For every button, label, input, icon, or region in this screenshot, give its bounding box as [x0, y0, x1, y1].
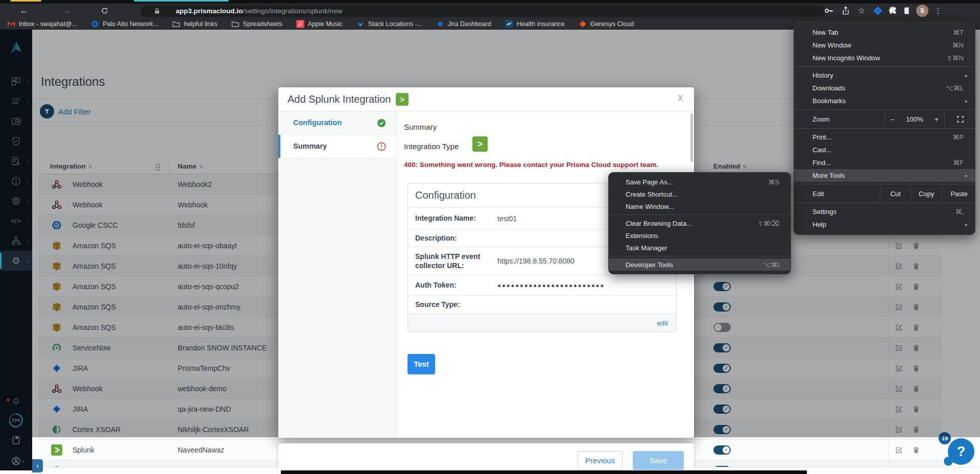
close-icon[interactable]: X [678, 94, 683, 103]
bookmark-inbox-swajahat[interactable]: Inbox - swajahat@... [7, 20, 77, 28]
modal-step-configuration[interactable]: Configuration [278, 111, 396, 135]
submenu-item-save-page-as[interactable]: Save Page As...⌘S [609, 176, 791, 188]
screen: ← → app3.prismacloud.io/settings/integra… [0, 0, 980, 474]
profile-icon[interactable] [11, 456, 21, 466]
modal-step-nav: ConfigurationSummary [278, 111, 397, 438]
trash-icon[interactable] [912, 446, 920, 454]
bookmark-star-icon[interactable]: ☆ [856, 5, 867, 17]
fullscreen-icon[interactable] [945, 112, 976, 126]
jira-extension-icon[interactable] [873, 6, 883, 16]
menu-item-label: Task Manager [626, 244, 667, 252]
stack-icon [356, 20, 365, 28]
bookmark-palo-alto-network[interactable]: Palo Alto Network... [91, 20, 158, 28]
submenu-item-extensions[interactable]: Extensions [609, 229, 791, 242]
bookmark-apple-music[interactable]: Apple Music [296, 20, 343, 28]
save-button[interactable]: Save [633, 451, 684, 470]
menu-shortcut: ⌥⌘I [763, 261, 779, 269]
modal-header: Add Splunk Integration > X [278, 87, 694, 111]
modal-title: Add Splunk Integration [288, 93, 391, 105]
previous-button[interactable]: Previous [578, 451, 623, 470]
menu-item-label: Edit [812, 190, 824, 198]
menu-shortcut: ⌥⌘L [946, 84, 964, 92]
bookmark-health-insurance[interactable]: Health insurance [505, 20, 565, 28]
menu-item-new-tab[interactable]: New Tab⌘T [794, 26, 975, 39]
menu-shortcut: ⌘T [953, 29, 964, 36]
step-label: Configuration [293, 118, 342, 127]
menu-item-cast[interactable]: Cast... [794, 144, 975, 156]
more-tools-submenu: Save Page As...⌘SCreate Shortcut...Name … [608, 172, 791, 274]
side-panel-icon[interactable] [903, 6, 913, 16]
folder-icon [172, 20, 180, 28]
menu-item-find[interactable]: Find...⌘F [794, 156, 975, 169]
menu-item-zoom: Zoom–100%+ [794, 112, 975, 126]
menu-item-edit: EditCutCopyPaste [794, 186, 975, 201]
submenu-item-task-manager[interactable]: Task Manager [609, 242, 791, 254]
zoom-controls: –100%+ [885, 112, 945, 126]
share-icon[interactable] [841, 6, 851, 16]
bookmark-jira-dashboard[interactable]: Jira Dashboard [436, 20, 491, 28]
menu-item-label: Extensions [626, 232, 658, 240]
back-button[interactable]: ← [17, 5, 31, 17]
bookmark-label: Palo Alto Network... [103, 20, 158, 28]
menu-shortcut: ⌘, [955, 208, 964, 216]
submenu-item-developer-tools[interactable]: Developer Tools⌥⌘I [609, 258, 791, 271]
submenu-item-name-window[interactable]: Name Window... [609, 200, 791, 212]
profile-avatar[interactable]: S [916, 5, 928, 17]
test-button[interactable]: Test [408, 354, 435, 374]
menu-item-new-incognito-window[interactable]: New Incognito Window⇧⌘N [794, 52, 975, 64]
enabled-toggle[interactable]: ✓ [713, 445, 731, 455]
integration-name-cell: NaveedNawaz [178, 446, 224, 454]
submenu-arrow-icon: ▸ [965, 73, 968, 78]
menu-shortcut: ⌘F [953, 159, 964, 167]
field-label: Description: [415, 233, 497, 243]
submenu-item-create-shortcut[interactable]: Create Shortcut... [609, 188, 791, 200]
submenu-arrow-icon: ▸ [965, 98, 968, 104]
bookmark-stack-locations[interactable]: Stack Locations -... [356, 20, 422, 28]
help-question-icon[interactable]: ? [948, 438, 974, 465]
window-bottom-edge [281, 470, 807, 474]
genesys-icon [579, 20, 587, 28]
bookmark-spreadsheets[interactable]: Spreadsheets [231, 20, 282, 28]
menu-item-help[interactable]: Help▸ [794, 218, 975, 231]
sidebar-expand-button[interactable]: › [32, 459, 43, 472]
edit-icon[interactable] [895, 446, 903, 454]
bookmark-label: helpful links [184, 20, 217, 28]
menu-item-label: Find... [812, 159, 831, 167]
menu-item-downloads[interactable]: Downloads⌥⌘L [794, 82, 975, 94]
url-bar[interactable]: app3.prismacloud.io/settings/integration… [140, 5, 825, 17]
menu-item-label: Downloads [812, 84, 845, 92]
forward-button[interactable]: → [60, 5, 73, 17]
menu-item-history[interactable]: History▸ [794, 69, 975, 82]
menu-shortcut: ⌘N [952, 41, 964, 49]
menu-item-label: Create Shortcut... [626, 191, 678, 198]
menu-item-label: Print... [812, 133, 832, 141]
extensions-puzzle-icon[interactable] [888, 6, 898, 16]
menu-item-print[interactable]: Print...⌘P [794, 131, 975, 144]
menu-item-new-window[interactable]: New Window⌘N [794, 39, 975, 52]
browser-menu-kebab-icon[interactable]: ⋮ [933, 5, 943, 17]
menu-item-copy[interactable]: Copy [911, 186, 942, 201]
menu-item-bookmarks[interactable]: Bookmarks▸ [794, 94, 975, 107]
password-key-icon[interactable] [824, 6, 834, 16]
zoom-in-button[interactable]: + [935, 115, 939, 123]
modal-step-summary[interactable]: Summary [278, 135, 396, 158]
menu-item-settings[interactable]: Settings⌘, [794, 205, 975, 218]
palo-alto-icon [91, 20, 99, 28]
menu-item-cut[interactable]: Cut [880, 186, 911, 201]
menu-divider [794, 109, 975, 110]
field-value: test01 [497, 215, 517, 223]
config-field-source-type: Source Type: [408, 296, 676, 314]
menu-shortcut: ⌘S [768, 178, 779, 186]
submenu-item-clear-browsing-data[interactable]: Clear Browsing Data...⇧⌘⌫ [609, 217, 791, 229]
bookmark-genesys-cloud[interactable]: Genesys Cloud [579, 20, 634, 28]
menu-item-label: History [812, 72, 833, 79]
modal-scrollbar[interactable] [690, 113, 693, 162]
edit-link[interactable]: edit [657, 319, 668, 327]
menu-item-paste[interactable]: Paste [942, 186, 976, 201]
menu-item-label: Settings [812, 208, 836, 216]
bookmark-helpful-links[interactable]: helpful links [172, 20, 217, 28]
reload-button[interactable] [98, 5, 111, 17]
zoom-out-button[interactable]: – [891, 115, 894, 123]
jira-icon [436, 20, 444, 28]
menu-item-more-tools[interactable]: More Tools▸ [794, 169, 975, 182]
